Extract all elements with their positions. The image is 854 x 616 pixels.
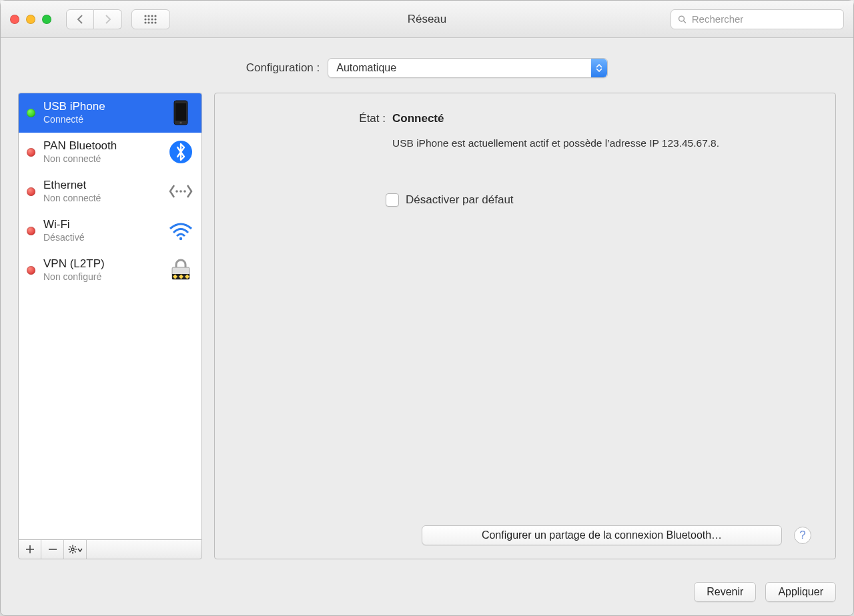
- configuration-value: Automatique: [336, 62, 396, 74]
- bluetooth-icon: [167, 138, 195, 166]
- titlebar: Réseau: [1, 1, 853, 38]
- service-status: Non connecté: [43, 193, 159, 204]
- sidebar-footer-spacer: [87, 540, 201, 559]
- status-dot: [27, 148, 35, 157]
- svg-point-27: [71, 548, 74, 551]
- service-name: USB iPhone: [43, 100, 159, 113]
- service-status: Non configuré: [43, 271, 159, 283]
- service-name: VPN (L2TP): [43, 257, 159, 271]
- sidebar-item-vpn[interactable]: VPN (L2TP)Non configuré: [19, 251, 201, 290]
- configuration-row: Configuration : Automatique: [1, 38, 853, 93]
- back-button[interactable]: [66, 9, 94, 29]
- status-dot: [27, 227, 35, 235]
- svg-point-0: [144, 15, 146, 17]
- forward-button[interactable]: [94, 9, 122, 29]
- configure-bluetooth-button[interactable]: Configurer un partage de la connexion Bl…: [422, 525, 782, 545]
- svg-line-35: [69, 551, 71, 553]
- help-button[interactable]: ?: [794, 527, 811, 544]
- svg-rect-15: [175, 103, 186, 121]
- disable-by-default-checkbox[interactable]: Désactiver par défaut: [386, 193, 811, 207]
- svg-point-10: [151, 21, 153, 23]
- apply-button[interactable]: Appliquer: [765, 582, 836, 602]
- network-services-list: USB iPhoneConnectéPAN BluetoothNon conne…: [18, 93, 202, 539]
- status-row: État : Connecté USB iPhone est actuellem…: [239, 112, 811, 151]
- svg-line-13: [684, 21, 686, 23]
- zoom-window-button[interactable]: [42, 15, 51, 24]
- service-status: Non connecté: [43, 153, 159, 165]
- status-dot: [27, 266, 35, 275]
- service-status: Connecté: [43, 114, 159, 125]
- svg-line-34: [74, 546, 75, 547]
- sidebar-footer: [18, 539, 202, 559]
- svg-point-20: [183, 190, 186, 193]
- wifi-icon: [167, 217, 195, 245]
- sidebar-item-ethernet[interactable]: EthernetNon connecté: [19, 172, 201, 211]
- svg-point-8: [144, 21, 146, 23]
- minimize-window-button[interactable]: [26, 15, 35, 24]
- svg-point-9: [147, 21, 149, 23]
- status-dot: [27, 109, 35, 117]
- ethernet-icon: [167, 177, 195, 205]
- service-name: PAN Bluetooth: [43, 139, 159, 153]
- footer: Revenir Appliquer: [1, 571, 853, 615]
- svg-point-7: [154, 18, 156, 20]
- svg-line-32: [69, 546, 71, 547]
- service-status: Désactivé: [43, 232, 159, 243]
- minus-icon: [48, 545, 57, 554]
- iphone-icon: [167, 99, 195, 127]
- revert-button[interactable]: Revenir: [694, 582, 756, 602]
- service-name: Ethernet: [43, 179, 159, 192]
- detail-pane: État : Connecté USB iPhone est actuellem…: [214, 93, 836, 559]
- svg-point-4: [144, 18, 146, 20]
- search-field-wrap[interactable]: [671, 9, 844, 29]
- select-stepper-icon: [591, 59, 607, 77]
- plus-icon: [25, 545, 35, 554]
- svg-point-3: [154, 15, 156, 17]
- grid-icon: [143, 14, 158, 25]
- sidebar-item-iphone[interactable]: USB iPhoneConnecté: [19, 93, 201, 133]
- status-label: État :: [239, 112, 386, 125]
- svg-point-6: [151, 18, 153, 20]
- svg-point-21: [179, 237, 182, 240]
- add-service-button[interactable]: [19, 540, 41, 559]
- service-name: Wi-Fi: [43, 218, 159, 231]
- close-window-button[interactable]: [10, 15, 19, 24]
- sidebar-item-wifi[interactable]: Wi-FiDésactivé: [19, 211, 201, 251]
- svg-point-16: [179, 121, 181, 123]
- show-all-button[interactable]: [131, 9, 170, 29]
- configuration-label: Configuration :: [246, 61, 320, 75]
- svg-point-1: [147, 15, 149, 17]
- gear-icon: [68, 545, 83, 554]
- sidebar-item-bluetooth[interactable]: PAN BluetoothNon connecté: [19, 133, 201, 172]
- service-actions-menu[interactable]: [64, 540, 87, 559]
- svg-point-18: [175, 190, 178, 193]
- svg-point-19: [179, 190, 182, 193]
- sidebar: USB iPhoneConnectéPAN BluetoothNon conne…: [18, 93, 202, 559]
- status-value: Connecté: [392, 112, 811, 125]
- svg-point-5: [147, 18, 149, 20]
- search-icon: [678, 15, 687, 24]
- checkbox-label: Désactiver par défaut: [406, 193, 514, 207]
- svg-point-12: [679, 16, 685, 21]
- vpn-icon: [167, 256, 195, 284]
- checkbox-box: [386, 193, 399, 207]
- search-input[interactable]: [692, 13, 837, 25]
- configuration-select[interactable]: Automatique: [328, 58, 608, 78]
- svg-line-33: [74, 551, 75, 553]
- nav-group: [66, 9, 122, 29]
- body: USB iPhoneConnectéPAN BluetoothNon conne…: [1, 93, 853, 571]
- traffic-lights: [10, 15, 51, 24]
- status-description: USB iPhone est actuellement actif et pos…: [392, 136, 811, 151]
- svg-point-2: [151, 15, 153, 17]
- remove-service-button[interactable]: [41, 540, 64, 559]
- status-dot: [27, 187, 35, 196]
- svg-point-11: [154, 21, 156, 23]
- network-prefs-window: Réseau Configuration : Automatique USB i…: [0, 0, 854, 616]
